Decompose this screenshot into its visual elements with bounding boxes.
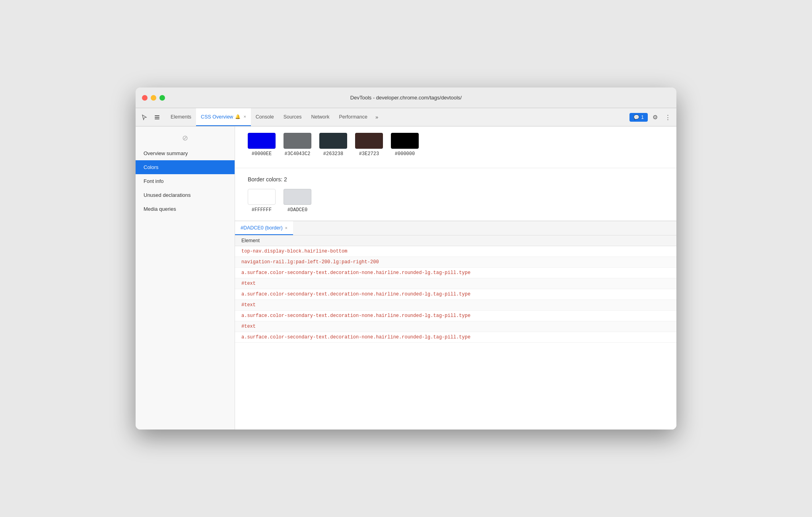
content-area: #0000EE #3C4043C2 #263238 #3E2723 — [235, 126, 676, 430]
sidebar: ⊘ Overview summary Colors Font info Unus… — [136, 126, 235, 430]
tab-console-label: Console — [256, 114, 274, 120]
tab-network-label: Network — [311, 114, 330, 120]
color-label-1: #3C4043C2 — [285, 151, 311, 157]
color-label-2: #263238 — [323, 151, 343, 157]
svg-rect-2 — [155, 119, 159, 119]
panel-tab-label: #DADCE0 (border) — [241, 225, 283, 231]
bottom-panel: #DADCE0 (border) × Element top-nav.displ… — [235, 221, 676, 430]
sidebar-item-media-queries-label: Media queries — [144, 206, 176, 212]
table-header: Element — [235, 235, 676, 246]
tab-sources-label: Sources — [284, 114, 302, 120]
border-colors-title: Border colors: 2 — [248, 176, 664, 183]
color-item-2: #263238 — [319, 133, 347, 157]
colors-section: #0000EE #3C4043C2 #263238 #3E2723 — [235, 126, 676, 168]
more-button[interactable]: ⋮ — [662, 112, 673, 123]
close-button[interactable] — [142, 95, 148, 101]
border-color-item-0: #FFFFFF — [248, 189, 276, 213]
feedback-button[interactable]: 💬 1 — [629, 113, 648, 122]
tab-elements[interactable]: Elements — [166, 108, 196, 126]
titlebar: DevTools - developer.chrome.com/tags/dev… — [136, 87, 676, 108]
cursor-icon — [141, 114, 148, 121]
table-row[interactable]: top-nav.display-block.hairline-bottom — [235, 246, 676, 257]
window-controls — [142, 95, 165, 101]
color-item-1: #3C4043C2 — [284, 133, 311, 157]
sidebar-item-font-info-label: Font info — [144, 178, 164, 184]
table-row[interactable]: a.surface.color-secondary-text.decoratio… — [235, 311, 676, 321]
layers-icon-button[interactable] — [152, 112, 163, 123]
window-title: DevTools - developer.chrome.com/tags/dev… — [350, 95, 462, 101]
tab-console[interactable]: Console — [251, 108, 279, 126]
color-item-4: #000000 — [391, 133, 419, 157]
feedback-icon: 💬 — [633, 115, 639, 120]
tab-right-controls: 💬 1 ⚙ ⋮ — [629, 108, 673, 126]
color-swatch-4[interactable] — [391, 133, 419, 149]
sidebar-item-colors[interactable]: Colors — [136, 160, 235, 174]
table-row[interactable]: a.surface.color-secondary-text.decoratio… — [235, 332, 676, 343]
sidebar-item-overview-summary-label: Overview summary — [144, 150, 188, 156]
more-icon: ⋮ — [665, 114, 671, 121]
color-label-0: #0000EE — [252, 151, 272, 157]
panel-tabs: #DADCE0 (border) × — [235, 221, 676, 235]
panel-tab-dadce0[interactable]: #DADCE0 (border) × — [235, 221, 293, 235]
color-swatch-0[interactable] — [248, 133, 276, 149]
border-swatch-1[interactable] — [284, 189, 311, 205]
tab-network[interactable]: Network — [307, 108, 334, 126]
border-colors-section: Border colors: 2 #FFFFFF #DADCE0 — [235, 168, 676, 221]
color-swatch-1[interactable] — [284, 133, 311, 149]
table-row[interactable]: a.surface.color-secondary-text.decoratio… — [235, 289, 676, 300]
table-row[interactable]: #text — [235, 321, 676, 332]
sidebar-item-colors-label: Colors — [144, 164, 159, 170]
sidebar-item-overview-summary[interactable]: Overview summary — [136, 146, 235, 160]
table-row[interactable]: navigation-rail.lg:pad-left-200.lg:pad-r… — [235, 257, 676, 268]
layers-icon — [154, 114, 160, 121]
table-row[interactable]: #text — [235, 278, 676, 289]
maximize-button[interactable] — [159, 95, 165, 101]
settings-icon: ⚙ — [653, 114, 658, 121]
tab-elements-label: Elements — [171, 114, 191, 120]
table-row[interactable]: #text — [235, 300, 676, 311]
tab-css-overview-close[interactable]: × — [243, 115, 246, 119]
panel-tab-close[interactable]: × — [285, 225, 288, 230]
background-swatches-row: #0000EE #3C4043C2 #263238 #3E2723 — [248, 133, 664, 157]
tab-overflow-label: » — [375, 114, 378, 120]
border-swatch-0[interactable] — [248, 189, 276, 205]
svg-rect-0 — [155, 115, 159, 116]
color-item-0: #0000EE — [248, 133, 276, 157]
cursor-icon-button[interactable] — [139, 112, 150, 123]
minimize-button[interactable] — [151, 95, 156, 101]
devtools-window: DevTools - developer.chrome.com/tags/dev… — [136, 87, 676, 430]
feedback-count: 1 — [641, 115, 644, 120]
border-swatches-row: #FFFFFF #DADCE0 — [248, 189, 664, 213]
sidebar-item-media-queries[interactable]: Media queries — [136, 202, 235, 216]
tab-sources[interactable]: Sources — [279, 108, 307, 126]
border-color-item-1: #DADCE0 — [284, 189, 311, 213]
color-swatch-2[interactable] — [319, 133, 347, 149]
main-content: ⊘ Overview summary Colors Font info Unus… — [136, 126, 676, 430]
tab-css-overview-label: CSS Overview — [201, 114, 233, 120]
table-body[interactable]: top-nav.display-block.hairline-bottom na… — [235, 246, 676, 430]
border-label-0: #FFFFFF — [252, 207, 272, 213]
sidebar-item-unused-declarations[interactable]: Unused declarations — [136, 188, 235, 202]
sidebar-item-unused-declarations-label: Unused declarations — [144, 192, 191, 198]
no-entry-icon: ⊘ — [182, 134, 188, 142]
flame-icon: 🔔 — [235, 114, 241, 119]
sidebar-item-font-info[interactable]: Font info — [136, 174, 235, 188]
tab-performance[interactable]: Performance — [334, 108, 372, 126]
color-item-3: #3E2723 — [355, 133, 383, 157]
table-row[interactable]: a.surface.color-secondary-text.decoratio… — [235, 268, 676, 278]
element-table: Element top-nav.display-block.hairline-b… — [235, 235, 676, 430]
tab-css-overview[interactable]: CSS Overview 🔔 × — [196, 108, 251, 126]
color-label-4: #000000 — [395, 151, 415, 157]
settings-button[interactable]: ⚙ — [649, 112, 660, 123]
sidebar-disabled-icon: ⊘ — [136, 130, 235, 146]
tabbar: Elements CSS Overview 🔔 × Console Source… — [136, 108, 676, 126]
tab-performance-label: Performance — [339, 114, 367, 120]
color-swatch-3[interactable] — [355, 133, 383, 149]
color-label-3: #3E2723 — [359, 151, 379, 157]
tab-icon-group — [139, 108, 163, 126]
tab-overflow-button[interactable]: » — [372, 108, 381, 126]
svg-rect-1 — [155, 117, 159, 118]
border-label-1: #DADCE0 — [288, 207, 307, 213]
